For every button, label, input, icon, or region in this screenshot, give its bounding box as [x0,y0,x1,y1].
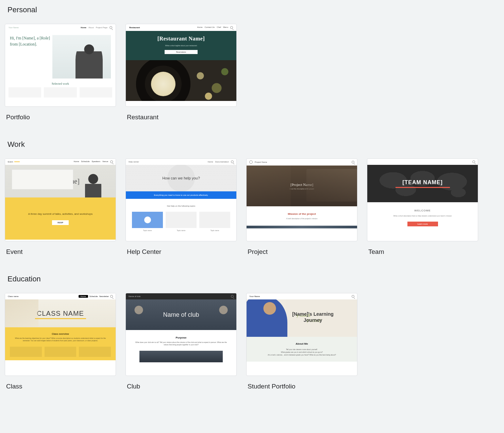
topic-card [199,212,230,228]
template-thumb-team: [TEAM NAME] WELCOME Write a short descri… [367,158,478,241]
template-thumb-portfolio: Your Name Home About Project Page Hi, I'… [5,24,116,107]
underline-decoration [35,318,86,319]
restaurant-hero-title: [Restaurant Name] [129,36,233,42]
team-welcome: WELCOME [367,202,478,215]
placeholder-block [80,87,112,98]
team-sub: Write a short description here to help v… [367,215,478,217]
template-card-event[interactable]: Event Home Schedule Speakers Venue from … [5,158,116,256]
nav-home: Home [208,161,213,163]
search-icon [110,295,113,298]
students-decoration [5,299,38,327]
nav-menu: Menu [223,26,228,29]
template-label-project: Project [246,241,357,256]
topic-card [166,212,197,228]
help-brand: Help center [129,161,139,163]
template-label-team: Team [367,241,478,256]
section-title-personal: Personal [5,0,499,24]
template-card-club[interactable]: Name of club Name of club Purpose What d… [125,293,237,390]
nav-venue: Venue [102,160,108,163]
restaurant-hero-sub: Write a short tagline about your restaur… [129,45,233,47]
search-icon [352,295,354,298]
template-thumb-help-center: Help center Home Documentation How can w… [125,158,237,241]
portfolio-selected-work: Selected work [5,79,116,87]
search-icon [352,161,354,163]
restaurant-brand: Restaurant [129,27,140,29]
nav-home: Home [79,295,88,298]
topic-label: Topic name [166,229,197,231]
portfolio-brand: Your Name [9,27,19,29]
template-card-student-portfolio[interactable]: Your Name y'≤cos2t y''≥cos2t [Name]'s Le… [246,293,357,390]
row-work: Event Home Schedule Speakers Venue from … [5,158,499,269]
template-thumb-restaurant: Restaurant Home Contact Us Chef Menu [Re… [125,24,237,107]
nav-speakers: Speakers [92,160,100,163]
class-overview-heading: Class overview [10,333,111,335]
template-label-restaurant: Restaurant [125,107,237,121]
club-hero-title: Name of club [163,311,199,318]
student-icon [247,299,287,337]
nav-newsletter: Newsletter [99,295,109,297]
template-card-team[interactable]: [TEAM NAME] WELCOME Write a short descri… [367,158,478,256]
template-card-project[interactable]: Project Name [Project Name] A one-line d… [246,158,357,256]
template-card-portfolio[interactable]: Your Name Home About Project Page Hi, I'… [5,24,116,121]
globe-icon [249,160,253,164]
search-icon [110,160,113,163]
student-hero-title: [Name]'s Learning Journey [287,311,338,323]
template-thumb-class: Class name Home Schedule Newsletter CLAS… [5,293,116,376]
placeholder-block [44,87,77,98]
nav-home: Home [81,27,86,29]
template-thumb-club: Name of club Name of club Purpose What d… [125,293,237,376]
mission-text: A brief description of the project's mis… [250,218,354,220]
template-thumb-project: Project Name [Project Name] A one-line d… [246,158,357,241]
reservations-button: Reservations [165,50,198,54]
template-label-student-portfolio: Student Portfolio [246,376,357,390]
template-card-help-center[interactable]: Help center Home Documentation How can w… [125,158,237,256]
about-text: What grades are you in and which school … [251,351,352,353]
template-label-class: Class [5,376,116,390]
nav-projects: Project Page [96,27,107,29]
class-overview-text: What are the learning objectives for you… [10,337,111,342]
rsvp-button: RSVP [52,220,68,225]
row-personal: Your Name Home About Project Page Hi, I'… [5,24,499,135]
template-card-restaurant[interactable]: Restaurant Home Contact Us Chef Menu [Re… [125,24,237,121]
about-text: Art or tech, science... and in-between g… [251,353,352,356]
search-icon [472,160,475,163]
group-photo-decoration [139,351,223,362]
search-icon [231,160,234,163]
placeholder-block [45,347,77,357]
section-title-education: Education [5,269,499,293]
topic-card [132,212,163,228]
template-thumb-student-portfolio: Your Name y'≤cos2t y''≥cos2t [Name]'s Le… [246,293,357,376]
class-brand: Class name [8,295,19,297]
person-icon [75,41,103,79]
garnish-icon [192,64,233,101]
nav-contact: Contact Us [205,26,215,29]
nav-docs: Documentation [215,161,229,163]
event-tagline: A three day summit of talks, activities,… [28,212,93,215]
people-decoration [213,303,234,327]
search-icon [230,26,233,29]
speaker-icon [85,174,101,197]
search-icon [231,295,234,298]
template-label-event: Event [5,241,116,256]
desk-decoration [247,166,291,206]
about-text: Tell your site viewers more about yourse… [251,348,352,351]
nav-home: Home [74,160,79,163]
club-purpose-text: What does your club aim to do? Tell your… [134,341,228,346]
topic-label: Topic name [199,229,230,231]
nav-schedule: Schedule [81,160,90,163]
template-label-portfolio: Portfolio [5,107,116,121]
team-hero-title: [TEAM NAME] [396,179,450,186]
nav-schedule: Schedule [89,295,98,297]
footer-image-strip [247,226,357,228]
template-thumb-event: Event Home Schedule Speakers Venue from … [5,158,116,241]
nav-home: Home [197,26,203,29]
help-bluebar: Everything you need to know to use our p… [126,191,236,199]
learn-more-button: Learn more [407,222,438,226]
club-brand: Name of club [129,295,140,297]
student-brand: Your Name [249,295,260,297]
template-label-club: Club [125,376,237,390]
placeholder-block [10,347,42,357]
template-card-class[interactable]: Class name Home Schedule Newsletter CLAS… [5,293,116,390]
placeholder-block [79,347,111,357]
portfolio-hero-text: Hi, I'm [Name], a [Role] from [Location]… [10,35,52,79]
